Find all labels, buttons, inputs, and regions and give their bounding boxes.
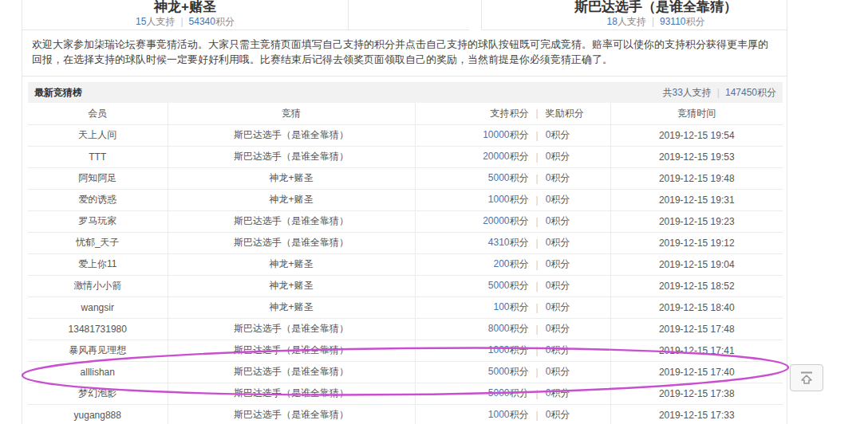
guess-cell: 斯巴达选手（是谁全靠猜） — [168, 124, 415, 146]
points-cell: 8000积分 | 0积分 — [415, 318, 610, 340]
table-row: 阿知阿足 神龙+赌圣 5000积分 | 0积分 2019-12-15 19:48 — [28, 167, 783, 189]
time-cell: 2019-12-15 17:48 — [610, 318, 783, 340]
time-cell: 2019-12-15 19:31 — [610, 189, 783, 210]
separator: | — [536, 302, 539, 313]
member-cell: TTT — [28, 146, 168, 167]
separator: | — [536, 238, 539, 249]
table-row: 13481731980 斯巴达选手（是谁全靠猜） 8000积分 | 0积分 20… — [28, 318, 783, 340]
separator: | — [536, 388, 539, 399]
team-left-supporters-count: 15 — [136, 16, 146, 27]
time-cell: 2019-12-15 19:04 — [610, 253, 783, 275]
guess-cell: 斯巴达选手（是谁全靠猜） — [168, 318, 415, 340]
container-border-right — [787, 0, 787, 424]
guess-cell: 斯巴达选手（是谁全靠猜） — [168, 340, 415, 361]
points-cell: 4310积分 | 0积分 — [415, 232, 610, 253]
table-row: wangsir 神龙+赌圣 100积分 | 0积分 2019-12-15 18:… — [28, 296, 783, 318]
time-cell: 2019-12-15 18:52 — [610, 275, 783, 296]
event-notice-text: 欢迎大家参加柒瑞论坛赛事竞猜活动。大家只需主竞猜页面填写自己支持的积分并点击自己… — [22, 30, 787, 77]
column-header-member: 会员 — [28, 103, 168, 124]
separator: | — [536, 151, 539, 163]
guess-cell: 斯巴达选手（是谁全靠猜） — [168, 361, 415, 383]
scroll-top-icon — [798, 370, 815, 386]
member-cell: 梦幻泡影 — [28, 383, 168, 404]
guess-cell: 斯巴达选手（是谁全靠猜） — [168, 210, 415, 232]
guess-cell: 斯巴达选手（是谁全靠猜） — [168, 146, 415, 167]
member-cell: 罗马玩家 — [28, 210, 168, 232]
points-cell: 1000积分 | 0积分 — [415, 404, 610, 424]
separator: | — [717, 87, 720, 98]
table-row: yugang888 斯巴达选手（是谁全靠猜） 1000积分 | 0积分 2019… — [28, 404, 783, 424]
separator: | — [536, 345, 539, 356]
time-cell: 2019-12-15 17:38 — [610, 383, 783, 404]
table-header-row: 会员 竞猜 支持积分 | 奖励积分 竞猜时间 — [28, 103, 783, 124]
time-cell: 2019-12-15 18:40 — [610, 296, 783, 318]
team-stats-left: 15人支持|54340积分 — [22, 16, 348, 27]
separator: | — [536, 281, 539, 292]
member-cell: 激情小小箭 — [28, 275, 168, 296]
time-cell: 2019-12-15 17:41 — [610, 340, 783, 361]
separator: | — [536, 259, 539, 270]
member-cell: 天上人间 — [28, 124, 168, 146]
member-cell: 爱的诱惑 — [28, 189, 168, 210]
header-divider-right — [481, 0, 482, 29]
board-title: 最新竞猜榜 — [34, 86, 82, 100]
member-cell: 13481731980 — [28, 318, 168, 340]
container-border-left — [22, 0, 22, 424]
points-cell: 100积分 | 0积分 — [415, 296, 610, 318]
points-cell: 20000积分 | 0积分 — [415, 146, 610, 167]
total-points: 147450 — [725, 87, 757, 98]
points-cell: 5000积分 | 0积分 — [415, 383, 610, 404]
points-cell: 5000积分 | 0积分 — [415, 275, 610, 296]
team-name-left: 神龙+赌圣 — [22, 0, 348, 14]
time-cell: 2019-12-15 19:48 — [610, 167, 783, 189]
total-supporters-count: 33 — [672, 87, 682, 98]
separator: | — [536, 194, 539, 206]
back-to-top-button[interactable] — [790, 364, 823, 391]
separator: | — [536, 324, 539, 335]
points-cell: 10000积分 | 0积分 — [415, 124, 610, 146]
guess-cell: 神龙+赌圣 — [168, 167, 415, 189]
team-panel-left: 神龙+赌圣 15人支持|54340积分 — [22, 0, 348, 29]
points-cell: 1000积分 | 0积分 — [415, 340, 610, 361]
separator: | — [652, 16, 654, 27]
points-cell: 200积分 | 0积分 — [415, 253, 610, 275]
time-cell: 2019-12-15 19:12 — [610, 232, 783, 253]
separator: | — [180, 16, 183, 27]
table-row: 爱上你11 神龙+赌圣 200积分 | 0积分 2019-12-15 19:04 — [28, 253, 783, 275]
separator: | — [536, 410, 539, 421]
team-left-points: 54340 — [189, 16, 215, 27]
time-cell: 2019-12-15 17:33 — [610, 404, 783, 424]
time-cell: 2019-12-15 17:40 — [610, 361, 783, 383]
table-row: 忧郁_天子 斯巴达选手（是谁全靠猜） 4310积分 | 0积分 2019-12-… — [28, 232, 783, 253]
member-cell: alllishan — [28, 361, 168, 383]
member-cell: wangsir — [28, 296, 168, 318]
member-cell: 阿知阿足 — [28, 167, 168, 189]
table-row: alllishan 斯巴达选手（是谁全靠猜） 5000积分 | 0积分 2019… — [28, 361, 783, 383]
team-panel-right: 斯巴达选手（是谁全靠猜） 18人支持|93110积分 — [482, 0, 830, 29]
guess-cell: 神龙+赌圣 — [168, 253, 415, 275]
points-cell: 1000积分 | 0积分 — [415, 189, 610, 210]
points-cell: 20000积分 | 0积分 — [415, 210, 610, 232]
board-title-bar: 最新竞猜榜 共33人支持|147450积分 — [28, 82, 783, 103]
team-right-supporters-count: 18 — [607, 16, 617, 27]
guess-cell: 斯巴达选手（是谁全靠猜） — [168, 232, 415, 253]
column-header-time: 竞猜时间 — [610, 103, 783, 124]
table-row: 梦幻泡影 斯巴达选手（是谁全靠猜） 5000积分 | 0积分 2019-12-1… — [28, 383, 783, 404]
time-cell: 2019-12-15 19:53 — [610, 146, 783, 167]
bet-page: 神龙+赌圣 15人支持|54340积分 斯巴达选手（是谁全靠猜） 18人支持|9… — [0, 0, 868, 424]
bet-table: 会员 竞猜 支持积分 | 奖励积分 竞猜时间 天上人间 斯巴达选手（是谁全靠猜） — [28, 103, 783, 424]
points-cell: 5000积分 | 0积分 — [415, 361, 610, 383]
member-cell: yugang888 — [28, 404, 168, 424]
member-cell: 忧郁_天子 — [28, 232, 168, 253]
team-right-points: 93110 — [660, 16, 685, 27]
table-row: 暴风再见理想 斯巴达选手（是谁全靠猜） 1000积分 | 0积分 2019-12… — [28, 340, 783, 361]
guess-cell: 斯巴达选手（是谁全靠猜） — [168, 383, 415, 404]
separator: | — [536, 216, 539, 227]
guess-cell: 斯巴达选手（是谁全靠猜） — [168, 404, 415, 424]
guess-cell: 神龙+赌圣 — [168, 296, 415, 318]
header-divider-left — [348, 0, 349, 29]
column-header-guess: 竞猜 — [168, 103, 415, 124]
guess-cell: 神龙+赌圣 — [168, 275, 415, 296]
team-stats-right: 18人支持|93110积分 — [482, 16, 830, 27]
member-cell: 爱上你11 — [28, 253, 168, 275]
